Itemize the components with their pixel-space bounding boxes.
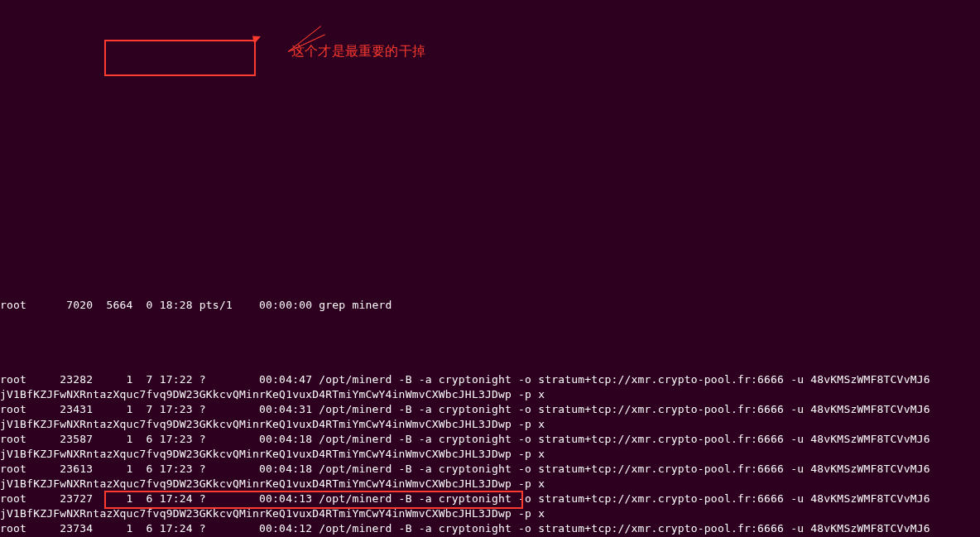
proc-cell: root 7020 5664 0 18:28 pts/1 00:00:00 gr…	[0, 299, 392, 311]
annotation-text: 这个才是最重要的干掉	[291, 43, 425, 60]
terminal-window[interactable]: [root@gold ~]# cd /opt/ [root@gold opt]#…	[0, 0, 980, 537]
proc-row-grep: root 7020 5664 0 18:28 pts/1 00:00:00 gr…	[0, 298, 980, 313]
proc-row-wrap: jV1BfKZJFwNXRntazXquc7fvq9DW23GKkcvQMinr…	[0, 387, 980, 402]
prompt-ps: [root@gold opt]# ps -ef| grep minerd	[0, 223, 980, 238]
proc-row-wrap: jV1BfKZJFwNXRntazXquc7fvq9DW23GKkcvQMinr…	[0, 477, 980, 491]
prompt-vim: [root@gold opt]# vim minerd	[0, 179, 980, 194]
prompt-cd: [root@gold ~]# cd /opt/	[0, 45, 980, 60]
ls-output-line: vminerd _rh	[0, 134, 980, 149]
proc-row-wrap: jV1BfKZJFwNXRntazXquc7fvq9DW23GKkcvQMinr…	[0, 506, 980, 521]
proc-row-wrap: jV1BfKZJFwNXRntazXquc7fvq9DW23GKkcvQMinr…	[0, 417, 980, 432]
proc-row-wrap: jV1BfKZJFwNXRntazXquc7fvq9DW23GKkcvQMinr…	[0, 447, 980, 462]
proc-row: root 23431 1 7 17:23 ? 00:04:31 /opt/min…	[0, 402, 980, 417]
proc-row: root 23282 1 7 17:22 ? 00:04:47 /opt/min…	[0, 372, 980, 387]
proc-row: root 23587 1 6 17:23 ? 00:04:18 /opt/min…	[0, 432, 980, 447]
proc-row: root 23613 1 6 17:23 ? 00:04:18 /opt/min…	[0, 462, 980, 477]
proc-row: root 23727 1 6 17:24 ? 00:04:13 /opt/min…	[0, 491, 980, 506]
proc-row: root 23734 1 6 17:24 ? 00:04:12 /opt/min…	[0, 521, 980, 536]
prompt-ls: [root@gold opt]# ls	[0, 89, 980, 104]
